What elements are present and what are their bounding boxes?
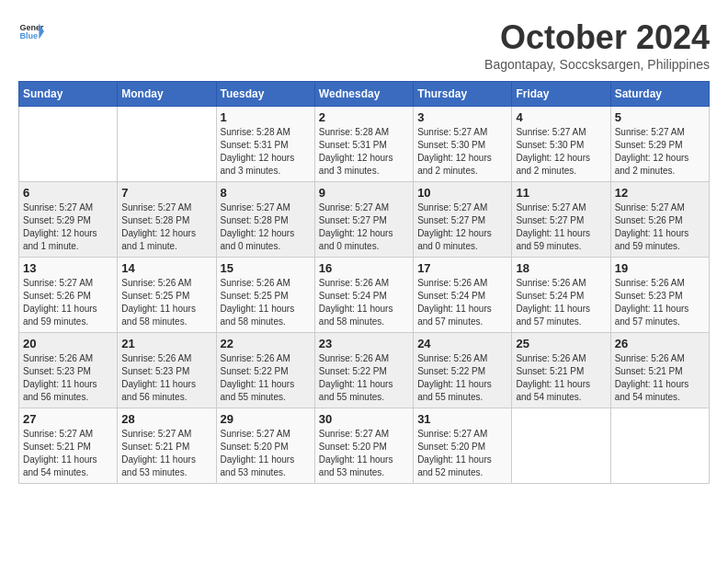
day-number: 4 (516, 110, 606, 124)
day-number: 25 (516, 337, 606, 350)
day-number: 7 (121, 186, 211, 200)
title-block: October 2024 Bagontapay, Soccsksargen, P… (484, 18, 710, 72)
day-number: 15 (221, 261, 311, 275)
day-cell: 27Sunrise: 5:27 AM Sunset: 5:21 PM Dayli… (19, 408, 118, 484)
day-cell: 31Sunrise: 5:27 AM Sunset: 5:20 PM Dayli… (414, 408, 512, 484)
day-info: Sunrise: 5:27 AM Sunset: 5:29 PM Dayligh… (615, 126, 705, 178)
day-number: 20 (23, 337, 113, 350)
day-cell (512, 408, 610, 484)
month-title: October 2024 (484, 18, 710, 57)
day-cell: 23Sunrise: 5:26 AM Sunset: 5:22 PM Dayli… (314, 333, 413, 408)
week-row-5: 27Sunrise: 5:27 AM Sunset: 5:21 PM Dayli… (19, 408, 710, 484)
svg-text:Blue: Blue (19, 31, 38, 40)
week-row-4: 20Sunrise: 5:26 AM Sunset: 5:23 PM Dayli… (19, 333, 710, 408)
day-cell (118, 107, 216, 182)
day-cell: 30Sunrise: 5:27 AM Sunset: 5:20 PM Dayli… (314, 408, 413, 484)
day-info: Sunrise: 5:26 AM Sunset: 5:25 PM Dayligh… (121, 277, 211, 328)
day-number: 8 (221, 186, 311, 200)
day-cell: 10Sunrise: 5:27 AM Sunset: 5:27 PM Dayli… (414, 182, 512, 258)
day-number: 22 (221, 337, 311, 350)
week-row-3: 13Sunrise: 5:27 AM Sunset: 5:26 PM Dayli… (19, 258, 710, 333)
day-info: Sunrise: 5:26 AM Sunset: 5:23 PM Dayligh… (615, 277, 705, 328)
day-cell: 19Sunrise: 5:26 AM Sunset: 5:23 PM Dayli… (610, 258, 709, 333)
day-cell: 24Sunrise: 5:26 AM Sunset: 5:22 PM Dayli… (414, 333, 512, 408)
day-cell: 13Sunrise: 5:27 AM Sunset: 5:26 PM Dayli… (19, 258, 118, 333)
day-info: Sunrise: 5:27 AM Sunset: 5:21 PM Dayligh… (23, 428, 113, 479)
day-info: Sunrise: 5:26 AM Sunset: 5:25 PM Dayligh… (221, 277, 311, 328)
day-info: Sunrise: 5:27 AM Sunset: 5:27 PM Dayligh… (319, 201, 409, 253)
header-cell-monday: Monday (118, 82, 216, 107)
day-cell: 17Sunrise: 5:26 AM Sunset: 5:24 PM Dayli… (414, 258, 512, 333)
day-cell: 3Sunrise: 5:27 AM Sunset: 5:30 PM Daylig… (414, 107, 512, 182)
day-number: 17 (417, 261, 507, 275)
day-cell: 26Sunrise: 5:26 AM Sunset: 5:21 PM Dayli… (610, 333, 709, 408)
logo: General Blue (18, 18, 44, 44)
day-info: Sunrise: 5:27 AM Sunset: 5:28 PM Dayligh… (121, 201, 211, 253)
day-info: Sunrise: 5:27 AM Sunset: 5:20 PM Dayligh… (319, 428, 409, 479)
day-number: 28 (121, 412, 211, 426)
day-number: 2 (319, 110, 409, 124)
day-info: Sunrise: 5:26 AM Sunset: 5:21 PM Dayligh… (516, 352, 606, 404)
day-cell: 14Sunrise: 5:26 AM Sunset: 5:25 PM Dayli… (118, 258, 216, 333)
header-cell-tuesday: Tuesday (216, 82, 314, 107)
day-info: Sunrise: 5:26 AM Sunset: 5:22 PM Dayligh… (221, 352, 311, 404)
day-number: 31 (417, 412, 507, 426)
day-info: Sunrise: 5:27 AM Sunset: 5:21 PM Dayligh… (121, 428, 211, 479)
header-cell-friday: Friday (512, 82, 610, 107)
logo-icon: General Blue (18, 18, 44, 44)
calendar-table: SundayMondayTuesdayWednesdayThursdayFrid… (18, 81, 710, 484)
day-info: Sunrise: 5:28 AM Sunset: 5:31 PM Dayligh… (221, 126, 311, 178)
day-number: 9 (319, 186, 409, 200)
week-row-1: 1Sunrise: 5:28 AM Sunset: 5:31 PM Daylig… (19, 107, 710, 182)
day-cell (610, 408, 709, 484)
day-cell: 28Sunrise: 5:27 AM Sunset: 5:21 PM Dayli… (118, 408, 216, 484)
day-number: 13 (23, 261, 113, 275)
day-cell: 25Sunrise: 5:26 AM Sunset: 5:21 PM Dayli… (512, 333, 610, 408)
header-cell-saturday: Saturday (610, 82, 709, 107)
day-info: Sunrise: 5:26 AM Sunset: 5:23 PM Dayligh… (23, 352, 113, 404)
day-cell: 20Sunrise: 5:26 AM Sunset: 5:23 PM Dayli… (19, 333, 118, 408)
day-cell: 5Sunrise: 5:27 AM Sunset: 5:29 PM Daylig… (610, 107, 709, 182)
day-number: 30 (319, 412, 409, 426)
day-number: 5 (615, 110, 705, 124)
day-cell: 9Sunrise: 5:27 AM Sunset: 5:27 PM Daylig… (314, 182, 413, 258)
day-number: 14 (121, 261, 211, 275)
day-info: Sunrise: 5:27 AM Sunset: 5:20 PM Dayligh… (221, 428, 311, 479)
day-number: 26 (615, 337, 705, 350)
day-cell: 11Sunrise: 5:27 AM Sunset: 5:27 PM Dayli… (512, 182, 610, 258)
day-info: Sunrise: 5:26 AM Sunset: 5:24 PM Dayligh… (516, 277, 606, 328)
week-row-2: 6Sunrise: 5:27 AM Sunset: 5:29 PM Daylig… (19, 182, 710, 258)
day-number: 16 (319, 261, 409, 275)
day-cell: 15Sunrise: 5:26 AM Sunset: 5:25 PM Dayli… (216, 258, 314, 333)
day-cell: 21Sunrise: 5:26 AM Sunset: 5:23 PM Dayli… (118, 333, 216, 408)
day-cell: 18Sunrise: 5:26 AM Sunset: 5:24 PM Dayli… (512, 258, 610, 333)
header-cell-thursday: Thursday (414, 82, 512, 107)
day-info: Sunrise: 5:26 AM Sunset: 5:21 PM Dayligh… (615, 352, 705, 404)
day-info: Sunrise: 5:26 AM Sunset: 5:22 PM Dayligh… (417, 352, 507, 404)
day-cell: 6Sunrise: 5:27 AM Sunset: 5:29 PM Daylig… (19, 182, 118, 258)
day-cell: 29Sunrise: 5:27 AM Sunset: 5:20 PM Dayli… (216, 408, 314, 484)
day-info: Sunrise: 5:27 AM Sunset: 5:27 PM Dayligh… (417, 201, 507, 253)
day-cell: 12Sunrise: 5:27 AM Sunset: 5:26 PM Dayli… (610, 182, 709, 258)
day-number: 27 (23, 412, 113, 426)
day-info: Sunrise: 5:28 AM Sunset: 5:31 PM Dayligh… (319, 126, 409, 178)
day-number: 21 (121, 337, 211, 350)
day-info: Sunrise: 5:27 AM Sunset: 5:30 PM Dayligh… (516, 126, 606, 178)
day-number: 19 (615, 261, 705, 275)
day-info: Sunrise: 5:26 AM Sunset: 5:23 PM Dayligh… (121, 352, 211, 404)
day-cell: 4Sunrise: 5:27 AM Sunset: 5:30 PM Daylig… (512, 107, 610, 182)
day-info: Sunrise: 5:26 AM Sunset: 5:22 PM Dayligh… (319, 352, 409, 404)
day-info: Sunrise: 5:27 AM Sunset: 5:26 PM Dayligh… (615, 201, 705, 253)
day-info: Sunrise: 5:27 AM Sunset: 5:20 PM Dayligh… (417, 428, 507, 479)
header-cell-wednesday: Wednesday (314, 82, 413, 107)
day-cell: 8Sunrise: 5:27 AM Sunset: 5:28 PM Daylig… (216, 182, 314, 258)
day-cell: 1Sunrise: 5:28 AM Sunset: 5:31 PM Daylig… (216, 107, 314, 182)
day-info: Sunrise: 5:27 AM Sunset: 5:26 PM Dayligh… (23, 277, 113, 328)
day-number: 10 (417, 186, 507, 200)
day-cell: 2Sunrise: 5:28 AM Sunset: 5:31 PM Daylig… (314, 107, 413, 182)
day-number: 1 (221, 110, 311, 124)
header-cell-sunday: Sunday (19, 82, 118, 107)
day-number: 12 (615, 186, 705, 200)
day-number: 3 (417, 110, 507, 124)
calendar-header: SundayMondayTuesdayWednesdayThursdayFrid… (19, 82, 710, 107)
